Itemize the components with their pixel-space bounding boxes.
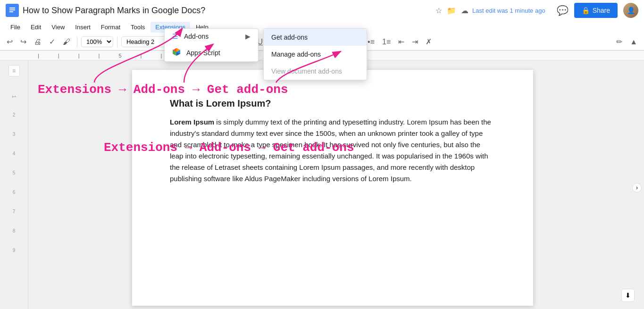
apps-script-icon xyxy=(172,48,181,58)
svg-rect-3 xyxy=(9,11,13,12)
document-page: Extensions → Add-ons → Get add-ons What … xyxy=(132,70,533,306)
document-title: How to Show Paragraph Marks in Google Do… xyxy=(23,6,428,16)
menu-insert[interactable]: Insert xyxy=(70,22,95,33)
left-margin: ≡ 1 2 3 4 5 6 7 8 9 xyxy=(0,60,28,309)
doc-body-text: is simply dummy text of the printing and… xyxy=(170,118,491,183)
spellcheck-button[interactable]: ✓ xyxy=(46,35,58,48)
print-button[interactable]: 🖨 xyxy=(31,36,44,48)
extensions-dropdown: ☰ Add-ons ▶ Apps Script xyxy=(164,28,259,62)
separator-2 xyxy=(117,36,117,48)
share-button[interactable]: 🔒 Share xyxy=(574,3,618,18)
expand-panel-button[interactable]: › xyxy=(632,183,642,192)
star-icon[interactable]: ☆ xyxy=(435,6,442,15)
svg-rect-1 xyxy=(9,8,15,8)
header-right: 💬 🔒 Share 👤 xyxy=(557,3,638,18)
clear-format-button[interactable]: ✗ xyxy=(423,35,435,48)
decrease-indent-button[interactable]: ⇤ xyxy=(395,35,407,48)
menu-edit[interactable]: Edit xyxy=(26,22,46,33)
comments-icon[interactable]: 💬 xyxy=(557,5,569,16)
pen-button[interactable]: ✏ xyxy=(613,35,625,48)
addons-dropdown: Get add-ons Manage add-ons View document… xyxy=(263,28,367,80)
apps-script-menu-item[interactable]: Apps Script xyxy=(165,44,258,61)
right-panel: › xyxy=(637,60,644,309)
addons-arrow-icon: ▶ xyxy=(245,33,251,40)
get-addons-item[interactable]: Get add-ons xyxy=(264,29,367,46)
bottom-right-buttons: ⬇ xyxy=(621,289,635,302)
menu-file[interactable]: File xyxy=(6,22,25,33)
ruler-toggle[interactable]: ≡ xyxy=(8,65,20,76)
addons-menu-item[interactable]: ☰ Add-ons ▶ xyxy=(165,29,258,44)
redo-button[interactable]: ↪ xyxy=(17,35,29,48)
doc-heading: What is Lorem Ipsum? xyxy=(170,98,495,109)
user-avatar[interactable]: 👤 xyxy=(623,3,638,18)
svg-rect-2 xyxy=(9,9,15,10)
title-icons: ☆ 📁 ☁ xyxy=(435,6,468,15)
menu-format[interactable]: Format xyxy=(96,22,125,33)
google-docs-icon xyxy=(6,4,19,17)
lock-icon: 🔒 xyxy=(582,7,590,14)
doc-body: Lorem Ipsum is simply dummy text of the … xyxy=(170,117,495,184)
paint-format-button[interactable]: 🖌 xyxy=(60,36,73,48)
addons-icon: ☰ xyxy=(172,33,178,40)
last-edit-status: Last edit was 1 minute ago xyxy=(472,7,545,14)
separator-1 xyxy=(77,36,77,48)
scroll-to-bottom-button[interactable]: ⬇ xyxy=(621,289,635,302)
view-document-addons-item[interactable]: View document add-ons xyxy=(264,63,367,80)
cloud-icon[interactable]: ☁ xyxy=(461,6,468,15)
increase-indent-button[interactable]: ⇥ xyxy=(409,35,421,48)
numbered-list-button[interactable]: 1≡ xyxy=(379,36,393,48)
zoom-select[interactable]: 100% 75% 150% xyxy=(81,36,113,47)
title-bar: How to Show Paragraph Marks in Google Do… xyxy=(0,0,644,21)
folder-icon[interactable]: 📁 xyxy=(447,6,456,15)
main-area: ≡ 1 2 3 4 5 6 7 8 9 Extensions → Add-ons… xyxy=(0,60,644,309)
menu-view[interactable]: View xyxy=(47,22,69,33)
arrow-1 xyxy=(28,60,38,70)
document-area[interactable]: Extensions → Add-ons → Get add-ons What … xyxy=(28,60,637,309)
menu-tools[interactable]: Tools xyxy=(126,22,150,33)
doc-bold-text: Lorem Ipsum xyxy=(170,118,214,126)
undo-button[interactable]: ↩ xyxy=(4,35,16,48)
collapse-button[interactable]: ▲ xyxy=(627,36,640,48)
manage-addons-item[interactable]: Manage add-ons xyxy=(264,46,367,63)
